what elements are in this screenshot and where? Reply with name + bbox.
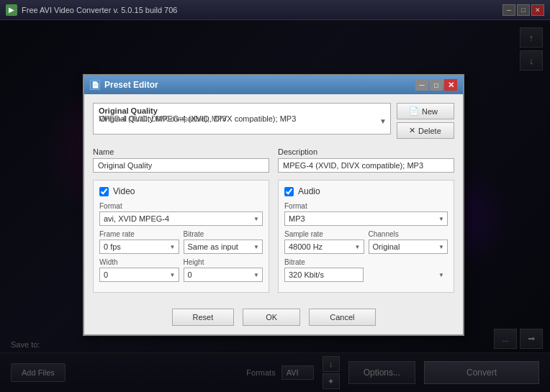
preset-action-buttons: 📄 New ✕ Delete (397, 103, 454, 139)
desc-input[interactable] (278, 158, 454, 173)
audio-bitrate-select[interactable]: 320 Kbit/s (284, 268, 364, 282)
new-icon: 📄 (409, 106, 419, 116)
title-bar-controls: ─ □ ✕ (502, 4, 544, 16)
dialog-footer: Reset OK Cancel (84, 301, 463, 334)
preset-select-wrapper: Original Quality MPEG-4 (XVID, DIVX comp… (93, 103, 391, 139)
video-section: Video Format avi, XVID MPEG-4 (93, 180, 269, 293)
samplerate-select-wrapper: 48000 Hz (284, 240, 364, 254)
height-select[interactable]: 0 (184, 268, 263, 282)
video-width-height-row: Width 0 Height (99, 258, 263, 286)
desc-field-group: Description (278, 147, 454, 173)
video-checkbox[interactable] (99, 187, 109, 196)
dialog-body: Original Quality MPEG-4 (XVID, DIVX comp… (84, 94, 463, 301)
audio-checkbox[interactable] (284, 187, 294, 196)
audio-bitrate-select-wrapper: 320 Kbit/s (284, 268, 448, 282)
video-format-select-wrapper: avi, XVID MPEG-4 (99, 211, 263, 226)
width-field: Width 0 (99, 258, 179, 282)
framerate-field: Frame rate 0 fps (99, 230, 179, 254)
channels-label: Channels (369, 230, 448, 238)
audio-section: Audio Format MP3 Sa (278, 180, 454, 293)
height-label: Height (184, 258, 263, 266)
close-button[interactable]: ✕ (531, 4, 544, 16)
name-input[interactable] (93, 158, 269, 173)
video-bitrate-label: Bitrate (184, 230, 263, 238)
width-label: Width (99, 258, 179, 266)
reset-button[interactable]: Reset (172, 309, 235, 326)
audio-format-label: Format (284, 202, 448, 210)
dialog-close-button[interactable]: ✕ (444, 79, 457, 91)
video-format-select[interactable]: avi, XVID MPEG-4 (99, 211, 263, 226)
desc-label: Description (278, 147, 454, 156)
channels-select[interactable]: Original (369, 240, 448, 254)
audio-format-select[interactable]: MP3 (284, 211, 448, 226)
samplerate-label: Sample rate (284, 230, 364, 238)
name-field-group: Name (93, 147, 269, 173)
new-preset-button[interactable]: 📄 New (397, 103, 454, 119)
maximize-button[interactable]: □ (517, 4, 530, 16)
video-format-field: Format avi, XVID MPEG-4 (99, 202, 263, 226)
preset-editor-dialog: 📄 Preset Editor ─ □ ✕ Original Quality M… (83, 74, 464, 336)
minimize-button[interactable]: ─ (502, 4, 515, 16)
dialog-title: Preset Editor (104, 80, 415, 90)
name-label: Name (93, 147, 269, 156)
ok-button[interactable]: OK (243, 309, 300, 326)
cancel-button[interactable]: Cancel (309, 309, 375, 326)
video-format-label: Format (99, 202, 263, 210)
app-window: ▶ Free AVI Video Converter v. 5.0.15 bui… (0, 0, 550, 392)
audio-samplerate-channels-row: Sample rate 48000 Hz Channels (284, 230, 448, 258)
video-framerate-bitrate-row: Frame rate 0 fps Bitrate (99, 230, 263, 258)
channels-field: Channels Original (369, 230, 448, 254)
video-bitrate-select-wrapper: Same as input (184, 240, 263, 254)
app-title: Free AVI Video Converter v. 5.0.15 build… (22, 6, 502, 14)
dialog-minimize-button[interactable]: ─ (415, 79, 428, 91)
audio-section-header: Audio (284, 186, 448, 196)
dialog-maximize-button[interactable]: □ (430, 79, 443, 91)
audio-bitrate-label: Bitrate (284, 258, 448, 266)
audio-section-title: Audio (298, 186, 320, 196)
height-select-wrapper: 0 (184, 268, 263, 282)
audio-bitrate-field: Bitrate 320 Kbit/s (284, 258, 448, 282)
audio-format-field: Format MP3 (284, 202, 448, 226)
app-content: ↑ ↓ ... ⮕ Save to: Add Files Formats (0, 20, 550, 392)
channels-select-wrapper: Original (369, 240, 448, 254)
video-audio-row: Video Format avi, XVID MPEG-4 (93, 180, 454, 293)
framerate-select[interactable]: 0 fps (99, 240, 179, 254)
delete-preset-button[interactable]: ✕ Delete (397, 122, 454, 139)
dialog-title-bar: 📄 Preset Editor ─ □ ✕ (84, 76, 463, 94)
preset-selector-row: Original Quality MPEG-4 (XVID, DIVX comp… (93, 103, 454, 139)
name-desc-row: Name Description (93, 147, 454, 173)
dialog-icon: 📄 (90, 80, 100, 90)
app-icon: ▶ (6, 4, 17, 16)
samplerate-field: Sample rate 48000 Hz (284, 230, 364, 254)
video-section-title: Video (113, 186, 135, 196)
video-section-header: Video (99, 186, 263, 196)
video-bitrate-field: Bitrate Same as input (184, 230, 263, 254)
framerate-label: Frame rate (99, 230, 179, 238)
height-field: Height 0 (184, 258, 263, 282)
preset-select[interactable]: Original Quality MPEG-4 (XVID, DIVX comp… (93, 103, 391, 135)
video-bitrate-select[interactable]: Same as input (184, 240, 263, 254)
framerate-select-wrapper: 0 fps (99, 240, 179, 254)
app-title-bar: ▶ Free AVI Video Converter v. 5.0.15 bui… (0, 0, 550, 20)
delete-icon: ✕ (409, 126, 415, 135)
width-select-wrapper: 0 (99, 268, 179, 282)
audio-format-select-wrapper: MP3 (284, 211, 448, 226)
width-select[interactable]: 0 (99, 268, 179, 282)
samplerate-select[interactable]: 48000 Hz (284, 240, 364, 254)
